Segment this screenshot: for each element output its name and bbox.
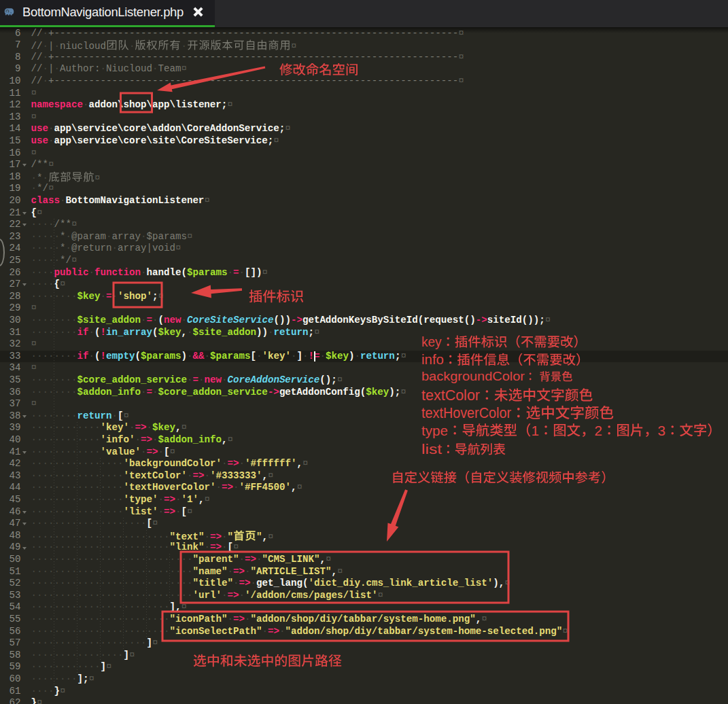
svg-text:type: type: [421, 423, 448, 438]
svg-text:list: list: [421, 442, 443, 457]
svg-text:textColor: textColor: [421, 387, 480, 404]
svg-text:backgroundColor: backgroundColor: [421, 370, 525, 383]
svg-text:1: 1: [531, 423, 539, 438]
svg-text:key: key: [421, 334, 442, 349]
svg-text:2: 2: [595, 423, 603, 438]
svg-text:info: info: [421, 352, 444, 367]
svg-text:3: 3: [658, 423, 666, 438]
svg-text:textHoverColor: textHoverColor: [421, 404, 511, 421]
